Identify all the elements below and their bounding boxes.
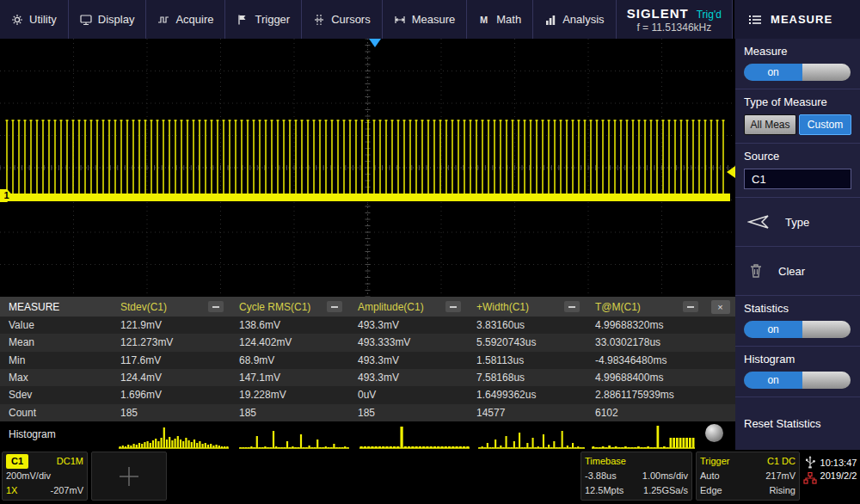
statistics-toggle[interactable]: on xyxy=(744,321,851,338)
measure-value-cell: 2.8861175939ms xyxy=(587,389,705,401)
histogram-strip-label: Histogram xyxy=(9,428,56,440)
measure-toggle[interactable]: on xyxy=(744,64,851,81)
menu-display[interactable]: Display xyxy=(69,0,147,39)
measure-value-cell: 3.83160us xyxy=(468,319,587,331)
reset-statistics-button[interactable]: Reset Statistics xyxy=(735,397,860,450)
lan-icon xyxy=(803,472,817,484)
column-header: Stdev(C1) xyxy=(112,301,230,313)
trigger-type: Edge xyxy=(700,483,722,498)
timebase-memory: 12.5Mpts xyxy=(585,483,624,498)
menu-analysis[interactable]: Analysis xyxy=(533,0,616,39)
histogram-toggle[interactable]: on xyxy=(744,372,851,389)
type-label: Type xyxy=(785,216,809,229)
measure-value-cell: 0uV xyxy=(349,389,468,401)
trigger-panel[interactable]: Trigger C1 DC Auto 217mV Edge Rising xyxy=(696,452,800,501)
remove-measure-button[interactable] xyxy=(564,301,580,312)
toggle-on-label: on xyxy=(744,372,802,389)
measure-icon xyxy=(394,14,406,26)
remove-measure-button[interactable] xyxy=(208,301,224,312)
trash-icon xyxy=(747,262,765,280)
clock-time: 10:13:47 xyxy=(819,457,858,470)
custom-button[interactable]: Custom xyxy=(799,114,851,135)
measure-value-cell: 14577 xyxy=(468,407,587,419)
trigger-source: C1 DC xyxy=(767,454,796,469)
source-select[interactable]: C1 xyxy=(744,169,851,189)
usb-icon xyxy=(804,455,816,469)
floating-control-ball[interactable] xyxy=(705,424,723,442)
display-icon xyxy=(80,14,92,26)
trigger-title: Trigger xyxy=(700,454,729,469)
trigger-level: 217mV xyxy=(765,469,796,483)
toggle-knob xyxy=(802,64,851,81)
measure-value-cell: 493.333mV xyxy=(349,336,468,348)
menu-math[interactable]: M Math xyxy=(467,0,533,39)
menu-label: Trigger xyxy=(255,13,290,26)
clear-button[interactable]: Clear xyxy=(735,247,860,296)
menu-measure[interactable]: Measure xyxy=(383,0,468,39)
menu-utility[interactable]: Utility xyxy=(0,0,69,39)
minus-icon xyxy=(687,306,694,308)
menu-cursors[interactable]: Cursors xyxy=(302,0,383,39)
measure-value-cell: 68.9mV xyxy=(230,354,349,366)
top-menu-bar: Utility Display Acquire Trigger xyxy=(0,0,860,39)
siglent-logo: SIGLENT xyxy=(627,6,689,21)
all-meas-button[interactable]: All Meas xyxy=(744,114,796,135)
measure-section-title: Measure xyxy=(744,45,851,58)
channel-attenuation: 1X xyxy=(6,483,17,498)
close-table-button[interactable]: × xyxy=(711,300,730,314)
measure-value-cell: 1.6499362us xyxy=(468,389,587,401)
crosshair-icon xyxy=(116,464,142,489)
menu-label: Measure xyxy=(412,13,456,26)
measure-value-cell: 1.58113us xyxy=(468,354,587,366)
measure-value-cell: 33.0302178us xyxy=(587,336,705,348)
minus-icon xyxy=(450,306,457,308)
timebase-panel[interactable]: Timebase -3.88us 1.00ms/div 12.5Mpts 1.2… xyxy=(580,452,692,501)
row-label: Max xyxy=(0,372,112,384)
svg-text:M: M xyxy=(480,15,488,25)
minus-icon xyxy=(331,306,338,308)
histogram-strip: Histogram xyxy=(0,421,735,450)
remove-measure-button[interactable] xyxy=(445,301,461,312)
menu-trigger[interactable]: Trigger xyxy=(225,0,302,39)
measure-panel-header[interactable]: MEASURE xyxy=(733,0,860,39)
row-label: Value xyxy=(0,319,112,331)
trigger-level-marker[interactable] xyxy=(727,166,735,178)
timebase-title: Timebase xyxy=(585,454,626,469)
type-button[interactable]: Type xyxy=(735,198,860,247)
minus-icon xyxy=(212,306,219,308)
measure-value-cell: -4.98346480ms xyxy=(587,354,705,366)
row-label: Mean xyxy=(0,336,112,348)
measure-value-cell: 493.3mV xyxy=(349,372,468,384)
trigger-position-marker[interactable] xyxy=(369,39,381,47)
status-bar: C1 DC1M 200mV/div 1X -207mV Timebase -3.… xyxy=(0,450,860,504)
remove-measure-button[interactable] xyxy=(327,301,342,312)
measure-value-cell: 6102 xyxy=(587,407,705,419)
menu-label: Analysis xyxy=(562,13,604,26)
table-row: Count 185 185 185 14577 6102 xyxy=(0,404,735,421)
measure-value-cell: 185 xyxy=(230,407,349,419)
channel-offset: -207mV xyxy=(50,483,83,498)
channel-1-panel[interactable]: C1 DC1M 200mV/div 1X -207mV xyxy=(2,452,88,501)
remove-measure-button[interactable] xyxy=(683,301,698,312)
measure-value-cell: 1.696mV xyxy=(112,389,230,401)
table-row: Max 124.4mV 147.1mV 493.3mV 7.58168us 4.… xyxy=(0,369,735,386)
column-header: Cycle RMS(C1) xyxy=(230,301,349,313)
acquire-icon xyxy=(157,14,169,26)
waveform-svg xyxy=(0,39,735,297)
toggle-on-label: on xyxy=(744,64,802,81)
trigger-mode: Auto xyxy=(700,469,720,483)
measure-value-cell: 4.99688400ms xyxy=(587,372,705,384)
source-section: Source C1 xyxy=(735,144,860,198)
measure-value-cell: 121.9mV xyxy=(112,319,230,331)
menu-label: Cursors xyxy=(331,13,371,26)
clear-label: Clear xyxy=(778,265,805,278)
table-row: Mean 121.273mV 124.402mV 493.333mV 5.592… xyxy=(0,334,735,351)
type-of-measure-section: Type of Measure All Meas Custom xyxy=(735,89,860,144)
menu-label: Acquire xyxy=(175,13,213,26)
source-title: Source xyxy=(744,150,851,163)
trigger-status: Trig'd xyxy=(697,9,722,21)
measure-value-cell: 117.6mV xyxy=(112,354,230,366)
channel-offset-indicator xyxy=(91,452,167,501)
menu-acquire[interactable]: Acquire xyxy=(146,0,225,39)
statistics-section: Statistics on xyxy=(735,296,860,347)
